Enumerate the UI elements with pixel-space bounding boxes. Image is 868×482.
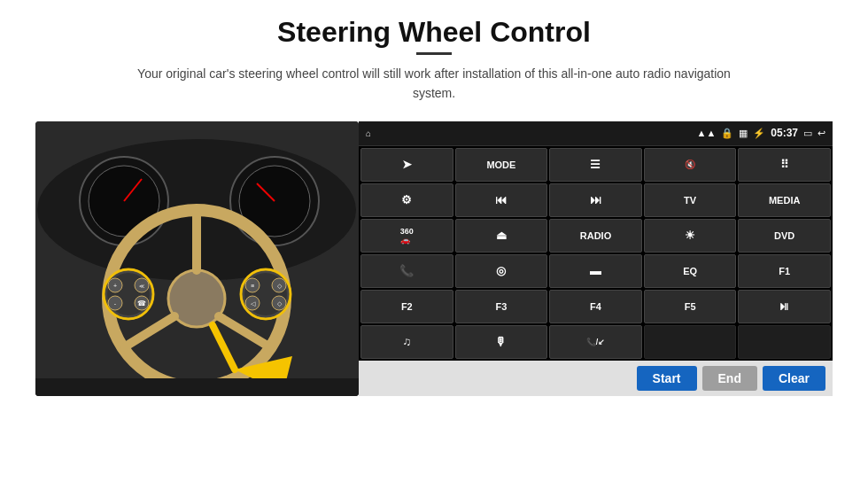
svg-text:≡: ≡ (251, 283, 254, 289)
end-button[interactable]: End (702, 366, 757, 391)
content-row: + - ≪ ☎ ≡ ◇ ◁ ◇ ⌂ ▲▲ 🔒 (35, 121, 833, 396)
nav-btn[interactable]: ➤ (360, 148, 453, 182)
f2-btn[interactable]: F2 (360, 290, 453, 323)
sim-icon: ▦ (739, 128, 748, 139)
empty2-btn (738, 325, 831, 359)
svg-rect-37 (35, 378, 359, 396)
svg-text:+: + (113, 283, 117, 289)
input-btn[interactable]: ▬ (549, 254, 642, 288)
mic-btn[interactable]: 🎙 (455, 325, 548, 359)
playpause-btn[interactable]: ⏯ (738, 290, 831, 323)
status-bar: ⌂ ▲▲ 🔒 ▦ ⚡ 05:37 ▭ ↩ (359, 121, 833, 146)
steering-wheel-image: + - ≪ ☎ ≡ ◇ ◁ ◇ (35, 121, 359, 396)
media-btn[interactable]: MEDIA (738, 183, 831, 217)
back-icon[interactable]: ↩ (818, 128, 825, 139)
f4-btn[interactable]: F4 (549, 290, 642, 323)
start-button[interactable]: Start (637, 366, 697, 391)
navi-btn[interactable]: ◎ (455, 254, 548, 288)
status-right: ▲▲ 🔒 ▦ ⚡ 05:37 ▭ ↩ (697, 127, 825, 139)
home-icon[interactable]: ⌂ (366, 128, 371, 138)
radio-btn[interactable]: RADIO (549, 219, 642, 253)
tv-btn[interactable]: TV (644, 183, 737, 217)
wifi-icon: ▲▲ (697, 128, 717, 138)
mute-btn[interactable]: 🔇 (644, 148, 737, 182)
phone-btn[interactable]: 📞 (360, 254, 453, 288)
next-btn[interactable]: ⏭ (549, 183, 642, 217)
page-title: Steering Wheel Control (115, 16, 753, 49)
brightness-btn[interactable]: ☀ (644, 219, 737, 253)
f1-btn[interactable]: F1 (738, 254, 831, 288)
music-btn[interactable]: ♫ (360, 325, 453, 359)
control-panel: ⌂ ▲▲ 🔒 ▦ ⚡ 05:37 ▭ ↩ ➤ MODE ☰ 🔇 (359, 121, 833, 396)
page-subtitle: Your original car's steering wheel contr… (115, 64, 753, 104)
svg-text:≪: ≪ (139, 284, 144, 289)
dvd-btn[interactable]: DVD (738, 219, 831, 253)
prev-btn[interactable]: ⏮ (455, 183, 548, 217)
apps-btn[interactable]: ⠿ (738, 148, 831, 182)
settings-btn[interactable]: ⚙ (360, 183, 453, 217)
mode-btn[interactable]: MODE (455, 148, 548, 182)
f3-btn[interactable]: F3 (455, 290, 548, 323)
call-btn[interactable]: 📞/↙ (549, 325, 642, 359)
cam360-btn[interactable]: 360🚗 (360, 219, 453, 253)
clear-button[interactable]: Clear (763, 366, 825, 391)
svg-text:☎: ☎ (137, 299, 146, 307)
lock-icon: 🔒 (721, 128, 733, 139)
title-section: Steering Wheel Control Your original car… (115, 16, 753, 116)
status-time: 05:37 (771, 127, 798, 139)
bt-icon: ⚡ (753, 128, 765, 139)
screen-icon: ▭ (803, 128, 812, 139)
status-left: ⌂ (366, 128, 371, 138)
bottom-action-bar: Start End Clear (359, 361, 833, 396)
menu-btn[interactable]: ☰ (549, 148, 642, 182)
empty1-btn (644, 325, 737, 359)
eject-btn[interactable]: ⏏ (455, 219, 548, 253)
eq-btn[interactable]: EQ (644, 254, 737, 288)
button-grid: ➤ MODE ☰ 🔇 ⠿ ⚙ ⏮ ⏭ TV MEDIA 360🚗 ⏏ RADIO… (359, 146, 833, 361)
f5-btn[interactable]: F5 (644, 290, 737, 323)
title-divider (416, 52, 452, 55)
